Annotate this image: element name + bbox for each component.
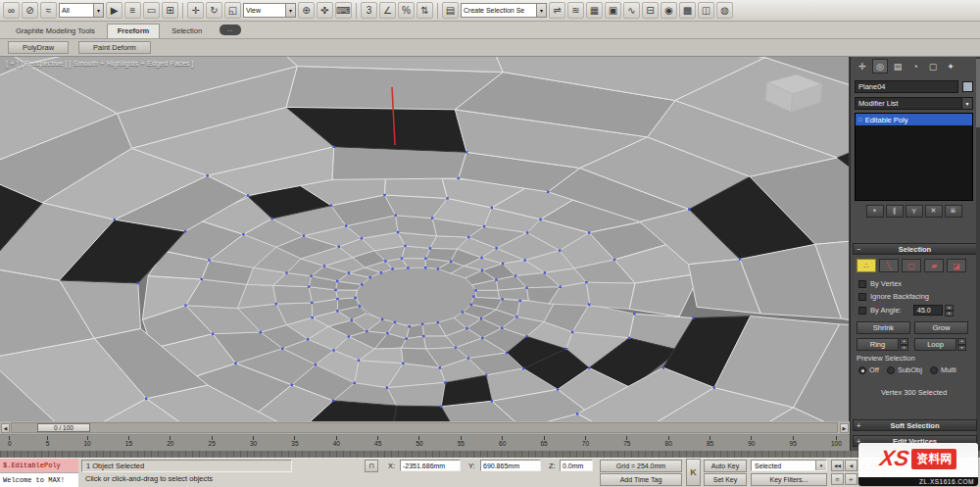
panel-scrollbar[interactable] [976, 57, 980, 451]
loop-spinner[interactable]: ▴ ▾ [957, 338, 966, 351]
rectangular-selection-region-icon[interactable]: ▭ [143, 2, 160, 19]
select-by-name-icon[interactable]: ≡ [124, 2, 141, 19]
zoom-extents-icon[interactable]: ⊡ [831, 473, 844, 485]
mirror-icon[interactable]: ⇌ [549, 2, 565, 19]
angle-input[interactable]: 45.0 [913, 305, 943, 316]
selection-lock-icon[interactable]: ⊓ [365, 460, 378, 472]
subobject-element-button[interactable]: ◪ [947, 259, 966, 272]
z-coordinate-field[interactable]: 0.0mm [560, 460, 593, 471]
select-and-scale-icon[interactable]: ◱ [224, 2, 241, 19]
track-bar[interactable] [0, 451, 980, 458]
loop-button[interactable]: Loop [914, 338, 956, 351]
scrollbar-thumb[interactable] [976, 59, 980, 127]
timeline-tick[interactable]: 85 [707, 435, 713, 451]
graphite-ribbon-toggle-icon[interactable]: ▣ [605, 2, 621, 19]
time-slider-track[interactable]: 0 / 100 [11, 422, 838, 433]
go-to-start-icon[interactable]: ◀◀ [831, 460, 844, 471]
make-unique-icon[interactable]: Y [906, 205, 923, 218]
command-tab-utilities-icon[interactable]: ✦ [943, 59, 958, 73]
subobject-edge-button[interactable]: ╲ [879, 259, 899, 272]
preview-subobj-radio[interactable]: SubObj [887, 365, 922, 374]
keyboard-shortcut-override-icon[interactable]: ⌨ [335, 2, 352, 19]
curve-editor-icon[interactable]: ∿ [623, 2, 640, 19]
modifier-stack[interactable]: □ Editable Poly [855, 113, 973, 201]
timeline-tick[interactable]: 60 [499, 435, 506, 451]
select-and-link-icon[interactable]: ∞ [3, 2, 20, 19]
stack-item-editable-poly[interactable]: □ Editable Poly [856, 114, 972, 125]
selection-filter-dropdown[interactable]: All▾ [59, 3, 104, 18]
window-crossing-icon[interactable]: ⊞ [162, 2, 178, 19]
next-frame-arrow-icon[interactable]: ▶ [840, 423, 849, 433]
add-time-tag[interactable]: Add Time Tag [600, 473, 682, 486]
object-name-field[interactable]: Plane04 [855, 80, 958, 93]
time-slider-handle[interactable]: 0 / 100 [37, 423, 90, 432]
command-tab-motion-icon[interactable]: ◔ [907, 59, 923, 73]
schematic-view-icon[interactable]: ⊟ [642, 2, 659, 19]
timeline-tick[interactable]: 50 [416, 435, 422, 451]
timeline-tick[interactable]: 90 [748, 435, 755, 451]
object-color-swatch[interactable] [962, 81, 973, 92]
reference-coordinate-system-dropdown[interactable]: View▾ [243, 3, 296, 18]
maxscript-listener-line2[interactable]: Welcome to MAX! [0, 472, 78, 487]
angle-snap-icon[interactable]: ∠ [379, 2, 396, 19]
command-tab-modify-icon[interactable]: ◎ [872, 59, 888, 73]
ribbon-panel-polydraw[interactable]: PolyDraw [8, 41, 69, 54]
previous-frame-arrow-icon[interactable]: ◀ [1, 423, 10, 433]
layer-manager-icon[interactable]: ▦ [586, 2, 603, 19]
pan-view-icon[interactable]: ✛ [845, 473, 858, 485]
key-mode-dropdown[interactable]: Selected ▾ [751, 460, 827, 471]
pin-stack-icon[interactable]: ⌖ [866, 205, 884, 218]
select-object-icon[interactable]: ▶ [106, 2, 122, 19]
snaps-toggle-icon[interactable]: 3 [361, 2, 377, 19]
show-end-result-icon[interactable]: ∥ [886, 205, 904, 218]
ignore-backfacing-checkbox[interactable]: Ignore Backfacing [858, 292, 929, 301]
auto-key-button[interactable]: Auto Key [704, 460, 747, 472]
by-vertex-checkbox[interactable]: By Vertex [858, 279, 902, 288]
command-tab-display-icon[interactable]: ▢ [925, 59, 941, 73]
remove-modifier-icon[interactable]: ✕ [925, 205, 943, 218]
select-and-manipulate-icon[interactable]: ✜ [317, 2, 333, 19]
timeline-tick[interactable]: 10 [84, 435, 91, 451]
timeline-tick[interactable]: 65 [540, 435, 547, 451]
timeline-tick[interactable]: 5 [46, 435, 50, 451]
select-and-move-icon[interactable]: ✛ [187, 2, 204, 19]
ring-spinner[interactable]: ▴ ▾ [900, 338, 908, 351]
viewport-label[interactable]: [ + ] [ Perspective ] [ Smooth + Highlig… [6, 60, 194, 67]
timeline-tick[interactable]: 20 [167, 435, 173, 451]
perspective-viewport[interactable]: [ + ] [ Perspective ] [ Smooth + Highlig… [0, 57, 850, 421]
timeline-tick[interactable]: 95 [790, 435, 797, 451]
command-tab-create-icon[interactable]: ✛ [855, 59, 870, 73]
unlink-selection-icon[interactable]: ⊘ [22, 2, 38, 19]
ribbon-tab-freeform[interactable]: Freeform [107, 24, 161, 38]
use-pivot-center-icon[interactable]: ⊕ [298, 2, 315, 19]
timeline-tick[interactable]: 30 [250, 435, 257, 451]
material-editor-icon[interactable]: ◉ [661, 2, 677, 19]
ring-button[interactable]: Ring [857, 338, 899, 351]
timeline-tick[interactable]: 25 [209, 435, 216, 451]
timeline-tick[interactable]: 0 [8, 435, 12, 451]
subobject-vertex-button[interactable]: ∴ [857, 259, 876, 272]
named-selection-sets-dropdown[interactable]: Create Selection Se▾ [461, 3, 547, 18]
grow-button[interactable]: Grow [914, 321, 968, 334]
timeline-tick[interactable]: 35 [291, 435, 298, 451]
y-coordinate-field[interactable]: 690.865mm [480, 460, 541, 471]
configure-modifier-sets-icon[interactable]: ≣ [945, 205, 962, 218]
render-production-icon[interactable]: ◍ [716, 2, 733, 19]
bind-to-spacewarp-icon[interactable]: ≈ [40, 2, 57, 19]
ribbon-tab-selection[interactable]: Selection [162, 24, 212, 38]
percent-snap-icon[interactable]: % [398, 2, 415, 19]
modifier-list-dropdown[interactable]: Modifier List ▾ [855, 97, 973, 110]
preview-multi-radio[interactable]: Multi [930, 365, 956, 374]
timeline-tick[interactable]: 100 [831, 435, 842, 451]
render-setup-icon[interactable]: ▩ [679, 2, 696, 19]
timeline-tick[interactable]: 75 [623, 435, 630, 451]
rendered-frame-window-icon[interactable]: ◫ [698, 2, 714, 19]
timeline-tick[interactable]: 80 [665, 435, 672, 451]
subobject-polygon-button[interactable]: ▰ [924, 259, 944, 272]
timeline-tick[interactable]: 45 [374, 435, 381, 451]
timeline-ruler[interactable]: 0510152025303540455055606570758085909510… [0, 435, 850, 451]
subobject-border-button[interactable]: ▢ [902, 259, 921, 272]
set-keys-toggle-icon[interactable]: K [686, 459, 701, 486]
spinner-snap-icon[interactable]: ⇅ [416, 2, 433, 19]
previous-frame-icon[interactable]: ◀ [845, 460, 858, 471]
